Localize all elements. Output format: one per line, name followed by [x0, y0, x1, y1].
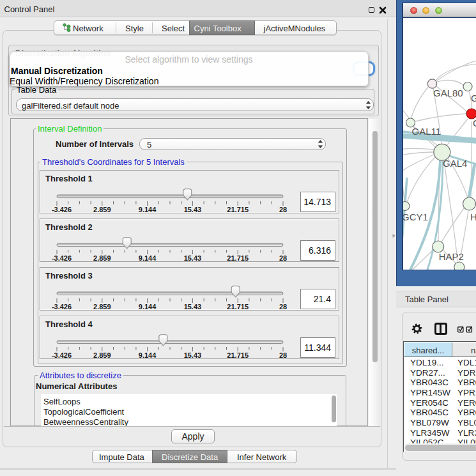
- svg-text:CY: CY: [473, 117, 476, 128]
- svg-text:21.715: 21.715: [227, 351, 249, 359]
- svg-text:GA: GA: [471, 93, 476, 104]
- svg-text:21.715: 21.715: [227, 254, 249, 262]
- svg-text:9.144: 9.144: [139, 254, 157, 262]
- svg-text:-3.426: -3.426: [52, 206, 72, 213]
- svg-text:2.859: 2.859: [93, 303, 111, 311]
- svg-text:GAL4: GAL4: [443, 157, 467, 168]
- svg-text:-3.426: -3.426: [52, 254, 72, 262]
- svg-text:28: 28: [279, 351, 287, 359]
- svg-text:15.43: 15.43: [184, 351, 202, 359]
- svg-text:GAL11: GAL11: [412, 125, 441, 136]
- svg-text:2.859: 2.859: [93, 206, 111, 213]
- svg-text:9.144: 9.144: [139, 206, 157, 213]
- svg-text:-3.426: -3.426: [52, 351, 72, 359]
- svg-text:28: 28: [279, 206, 287, 213]
- svg-text:GCY1: GCY1: [403, 211, 428, 222]
- svg-text:HIS: HIS: [470, 211, 476, 222]
- svg-text:HAP2: HAP2: [439, 250, 464, 261]
- svg-text:9.144: 9.144: [139, 351, 157, 359]
- svg-text:9.144: 9.144: [139, 303, 157, 311]
- svg-text:28: 28: [279, 303, 287, 311]
- svg-text:15.43: 15.43: [184, 303, 202, 311]
- svg-text:GAL80: GAL80: [433, 88, 463, 98]
- svg-text:15.43: 15.43: [184, 206, 202, 213]
- svg-text:-3.426: -3.426: [52, 303, 72, 311]
- svg-text:28: 28: [279, 254, 287, 262]
- svg-text:15.43: 15.43: [184, 254, 202, 262]
- svg-text:21.715: 21.715: [227, 303, 249, 311]
- svg-text:2.859: 2.859: [93, 254, 111, 262]
- svg-text:2.859: 2.859: [93, 351, 111, 359]
- svg-text:21.715: 21.715: [227, 206, 249, 213]
